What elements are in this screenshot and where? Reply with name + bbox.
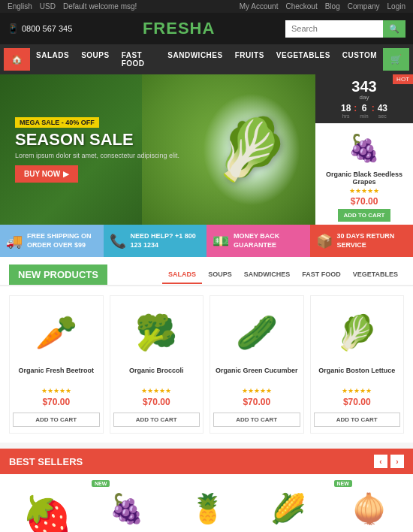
timer-day-label: day	[320, 94, 408, 101]
best-product-2-image: 🍍	[170, 480, 246, 532]
nav-fruits[interactable]: Fruits	[229, 44, 270, 74]
feature-shipping-text: FREE SHIPPING ON ORDER OVER $99	[27, 232, 92, 249]
tab-soups[interactable]: Soups	[202, 266, 238, 284]
tab-sandwiches[interactable]: Sandwiches	[238, 266, 297, 284]
best-sellers-prev[interactable]: ‹	[374, 455, 387, 468]
home-icon[interactable]: 🏠	[4, 48, 30, 71]
feature-shipping: 🚚 FREE SHIPPING ON ORDER OVER $99	[0, 225, 104, 257]
company-link[interactable]: Company	[348, 2, 380, 11]
product-3-add-to-cart[interactable]: ADD TO CART	[213, 413, 300, 427]
new-badge-1: NEW	[92, 480, 110, 487]
hero-section: MEGA SALE - 40% OFF SEASON SALE Lorem ip…	[0, 74, 413, 225]
timer-mins-label: min	[360, 113, 368, 119]
product-4-price: $70.00	[314, 397, 401, 407]
top-bar-left: English USD Default welcome msg!	[8, 2, 137, 11]
product-2-name: Organic Broccoli	[113, 367, 200, 385]
tab-salads[interactable]: Salads	[162, 266, 202, 284]
blog-link[interactable]: Blog	[325, 2, 340, 11]
best-sellers-section: BEST SELLERS ‹ › 🍓 Save upto 25% Today! …	[0, 449, 413, 532]
tab-vegetables[interactable]: Vegetables	[347, 266, 404, 284]
best-sellers-products: 🍓 Save upto 25% Today! NEW 🍇 Organic Bla…	[0, 474, 413, 532]
product-3-stars: ★★★★★	[213, 387, 300, 394]
new-badge-4: NEW	[334, 480, 352, 487]
side-add-to-cart-button[interactable]: ADD TO CART	[338, 209, 391, 222]
product-1-image: 🥕	[13, 302, 100, 362]
new-products-tabs: Salads Soups Sandwiches Fast Food Vegeta…	[162, 266, 404, 284]
timer-secs: 43	[378, 103, 387, 113]
best-product-1: NEW 🍇 Organic Black Seedless Gr... ★★★★★…	[89, 480, 165, 532]
return-icon: 📦	[316, 233, 333, 249]
nav-fastfood[interactable]: Fast Food	[116, 44, 162, 74]
feature-help-text: NEED HELP? +1 800 123 1234	[131, 232, 196, 249]
product-3-price: $70.00	[213, 397, 300, 407]
product-4-stars: ★★★★★	[314, 387, 401, 394]
search-button[interactable]: 🔍	[383, 20, 405, 38]
tab-fastfood[interactable]: Fast Food	[296, 266, 347, 284]
login-link[interactable]: Login	[387, 2, 405, 11]
best-sellers-title: BEST SELLERS	[9, 456, 83, 467]
side-product-image: 🍇	[338, 128, 390, 169]
my-account-link[interactable]: My Account	[240, 2, 279, 11]
timer-sep2: :	[372, 103, 375, 119]
product-4-name: Organic Boston Lettuce	[314, 367, 401, 385]
nav-sandwiches[interactable]: Sandwiches	[161, 44, 228, 74]
hero-title: SEASON SALE	[15, 131, 300, 149]
nav-custom[interactable]: Custom	[336, 44, 383, 74]
product-2-image: 🥦	[113, 302, 200, 362]
product-4-add-to-cart[interactable]: ADD TO CART	[314, 413, 401, 427]
product-2-stars: ★★★★★	[113, 387, 200, 394]
best-product-4: NEW 🧅 Organic Red Onion, Large ★★★★★ $70…	[331, 480, 408, 532]
product-2-add-to-cart[interactable]: ADD TO CART	[113, 413, 200, 427]
nav-soups[interactable]: Soups	[75, 44, 116, 74]
best-sellers-nav: ‹ ›	[374, 455, 404, 468]
side-product-stars: ★★★★★	[349, 187, 379, 195]
hero-subtitle: Lorem ipsum dolor sit amet, consectetur …	[15, 152, 300, 159]
product-card-4: 🥬 Organic Boston Lettuce ★★★★★ $70.00 AD…	[310, 295, 405, 434]
product-3-image: 🥒	[213, 302, 300, 362]
new-products-title: NEW PRODUCTS	[9, 264, 107, 285]
featured-product-image: 🍓	[6, 480, 89, 532]
product-1-add-to-cart[interactable]: ADD TO CART	[13, 413, 100, 427]
phone-number: 📱 0800 567 345	[8, 23, 72, 34]
timer-sep1: :	[354, 103, 357, 119]
timer-hrs-label: hrs	[341, 113, 351, 119]
checkout-link[interactable]: Checkout	[285, 2, 317, 11]
product-1-stars: ★★★★★	[13, 387, 100, 394]
search-input[interactable]	[285, 20, 383, 38]
hero-main: MEGA SALE - 40% OFF SEASON SALE Lorem ip…	[0, 74, 315, 225]
phone-help-icon: 📞	[110, 233, 126, 249]
side-product-price: $70.00	[351, 196, 378, 207]
hero-side-panel: HOT 343 day 18 hrs : 6 min : 43 sec	[315, 74, 413, 225]
side-product: 🍇 Organic Black Seedless Grapes ★★★★★ $7…	[315, 123, 413, 225]
best-seller-featured: 🍓 Save upto 25% Today!	[6, 480, 89, 532]
phone-icon: 📱	[8, 23, 19, 34]
side-product-name: Organic Black Seedless Grapes	[320, 171, 408, 186]
feature-returns: 📦 30 DAYS RETURN SERVICE	[310, 225, 414, 257]
top-bar-right: My Account Checkout Blog Company Login	[240, 2, 405, 11]
best-product-2: 🍍 Organic Fresh pineapple ★★★★★ $70.00 A…	[170, 480, 246, 532]
currency-selector[interactable]: USD	[40, 2, 56, 11]
product-1-price: $70.00	[13, 397, 100, 407]
header: 📱 0800 567 345 FRESHA 🔍	[0, 13, 413, 44]
best-product-3-image: 🌽	[250, 480, 327, 532]
logo[interactable]: FRESHA	[143, 19, 215, 38]
money-icon: 💵	[213, 233, 229, 249]
top-bar: English USD Default welcome msg! My Acco…	[0, 0, 413, 13]
product-card-2: 🥦 Organic Broccoli ★★★★★ $70.00 ADD TO C…	[110, 295, 204, 434]
product-4-image: 🥬	[314, 302, 401, 362]
best-sellers-next[interactable]: ›	[390, 455, 404, 468]
nav-salads[interactable]: Salads	[30, 44, 75, 74]
language-selector[interactable]: English	[8, 2, 32, 11]
feature-help: 📞 NEED HELP? +1 800 123 1234	[104, 225, 207, 257]
cart-icon[interactable]: 🛒	[383, 48, 409, 71]
feature-money-back: 💵 MONEY BACK GUARANTEE	[206, 225, 310, 257]
search-box: 🔍	[285, 20, 405, 38]
hot-badge: HOT	[393, 74, 413, 84]
welcome-msg: Default welcome msg!	[63, 2, 137, 11]
feature-money-text: MONEY BACK GUARANTEE	[234, 232, 279, 249]
nav-vegetables[interactable]: Vegetables	[270, 44, 336, 74]
product-card-3: 🥒 Organic Green Cucumber ★★★★★ $70.00 AD…	[210, 295, 304, 434]
best-product-3: 🌽 Organic Sweet Corns ★★★★★ $70.00 ADD T…	[250, 480, 327, 532]
buy-now-button[interactable]: BUY NOW ▶	[15, 165, 78, 183]
sale-badge: MEGA SALE - 40% OFF	[15, 117, 99, 128]
